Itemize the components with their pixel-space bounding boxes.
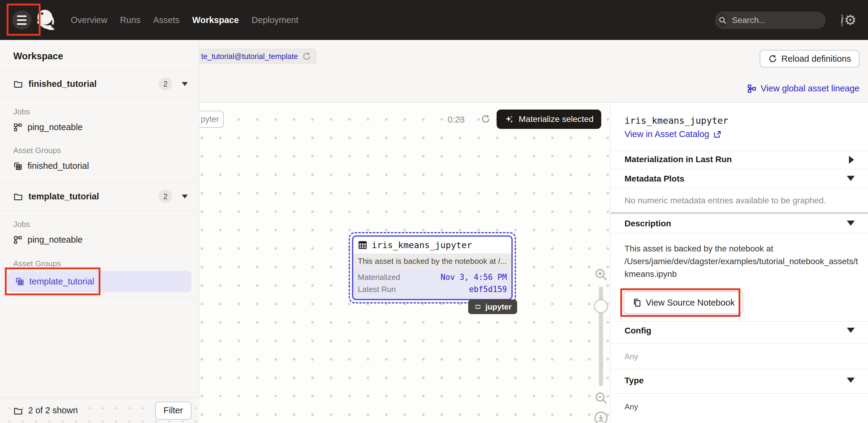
code-location-label: te_tutorial@tutorial_template xyxy=(201,52,298,61)
compute-kind-label: jupyter xyxy=(486,302,512,312)
zoom-slider-handle[interactable] xyxy=(594,299,608,313)
repo-row-template-tutorial[interactable]: template_tutorial 2 xyxy=(0,183,199,210)
folder-icon xyxy=(13,79,23,89)
chevron-down-icon[interactable] xyxy=(847,176,855,181)
chevron-down-icon[interactable] xyxy=(847,220,855,226)
repo-name: template_tutorial xyxy=(28,191,153,202)
view-source-notebook-label: View Source Notebook xyxy=(646,298,735,308)
lineage-icon xyxy=(747,84,757,93)
chevron-down-icon[interactable] xyxy=(182,82,188,86)
latest-run-value[interactable]: ebf5d159 xyxy=(469,285,507,294)
asset-group-icon xyxy=(15,277,24,286)
nav-deployment[interactable]: Deployment xyxy=(252,15,299,25)
catalog-link-label: View in Asset Catalog xyxy=(624,129,709,139)
materialize-selected-label: Materialize selected xyxy=(519,114,593,124)
download-image-icon[interactable] xyxy=(593,411,609,423)
search-input[interactable] xyxy=(732,16,841,25)
config-value: Any xyxy=(624,352,638,361)
section-description[interactable]: Description xyxy=(624,219,671,229)
job-icon xyxy=(13,235,22,244)
gear-icon[interactable]: ⚙ xyxy=(844,12,857,28)
chevron-down-icon[interactable] xyxy=(847,328,855,333)
job-icon xyxy=(13,123,22,132)
asset-node-stats: Materialized Nov 3, 4:56 PM Latest Run e… xyxy=(353,269,512,299)
type-value: Any xyxy=(624,402,638,412)
view-global-asset-lineage-link[interactable]: View global asset lineage xyxy=(747,84,860,93)
dagster-logo[interactable] xyxy=(34,8,58,32)
asset-node-title: iris_kmeans_jupyter xyxy=(372,240,472,250)
reload-definitions-button[interactable]: Reload definitions xyxy=(760,50,860,67)
zoom-in-icon[interactable] xyxy=(594,267,608,282)
top-nav: Overview Runs Assets Workspace Deploymen… xyxy=(0,0,868,40)
sparkle-icon xyxy=(504,114,514,124)
asset-node-description: This asset is backed by the notebook at … xyxy=(353,253,512,269)
refresh-icon[interactable] xyxy=(302,52,311,61)
asset-group-name: finished_tutorial xyxy=(28,161,89,171)
asset-node-iris-kmeans-jupyter[interactable]: iris_kmeans_jupyter This asset is backed… xyxy=(352,235,513,300)
repo-row-finished-tutorial[interactable]: finished_tutorial 2 xyxy=(0,70,199,97)
reload-definitions-label: Reload definitions xyxy=(781,54,851,64)
notebook-copy-icon xyxy=(632,298,642,307)
view-source-notebook-button[interactable]: View Source Notebook xyxy=(624,291,743,314)
asset-groups-section-label: Asset Groups xyxy=(13,259,61,268)
repo-name: finished_tutorial xyxy=(28,79,153,89)
search-box[interactable]: / xyxy=(715,11,826,29)
materialized-value[interactable]: Nov 3, 4:56 PM xyxy=(441,273,507,282)
section-config[interactable]: Config xyxy=(624,326,651,336)
jobs-section-label: Jobs xyxy=(13,220,30,229)
section-metadata-plots[interactable]: Metadata Plots xyxy=(624,174,684,184)
search-icon xyxy=(718,13,727,27)
nav-assets[interactable]: Assets xyxy=(153,15,180,25)
chevron-down-icon[interactable] xyxy=(182,194,188,199)
main-nav: Overview Runs Assets Workspace Deploymen… xyxy=(71,0,299,40)
repo-count-badge: 2 xyxy=(159,190,172,203)
search-shortcut-key: / xyxy=(841,14,843,27)
view-in-asset-catalog-link[interactable]: View in Asset Catalog xyxy=(624,129,722,139)
jupyter-icon xyxy=(474,303,482,311)
asset-node-header: iris_kmeans_jupyter xyxy=(353,237,512,253)
sidebar-item-group-finished-tutorial[interactable]: finished_tutorial xyxy=(13,161,89,171)
sidebar-item-group-template-tutorial-selected[interactable]: template_tutorial xyxy=(8,271,191,292)
asset-group-icon xyxy=(13,161,22,171)
sidebar-footer: 2 of 2 shown Filter xyxy=(0,398,199,423)
nav-overview[interactable]: Overview xyxy=(71,15,107,25)
dagster-logo-icon xyxy=(34,8,58,32)
hamburger-menu-button[interactable] xyxy=(12,10,31,30)
zoom-controls xyxy=(590,267,612,423)
workspace-sidebar: Workspace finished_tutorial 2 Jobs ping_… xyxy=(0,40,199,423)
nav-workspace[interactable]: Workspace xyxy=(192,15,239,25)
section-type[interactable]: Type xyxy=(624,376,644,386)
filter-button-label: Filter xyxy=(164,405,183,416)
sidebar-title: Workspace xyxy=(13,51,63,62)
asset-query-chip[interactable]: pyter xyxy=(197,111,224,128)
section-materialization-in-last-run[interactable]: Materialization in Last Run xyxy=(624,155,732,164)
nav-runs[interactable]: Runs xyxy=(120,15,141,25)
description-text: This asset is backed by the notebook at … xyxy=(624,242,858,280)
materialized-label: Materialized xyxy=(358,273,400,282)
asset-node-selection-outline: iris_kmeans_jupyter This asset is backed… xyxy=(349,232,516,303)
zoom-out-icon[interactable] xyxy=(594,391,608,405)
refresh-timer: 0:23 xyxy=(447,115,465,125)
materialize-selected-button[interactable]: Materialize selected xyxy=(497,110,601,129)
asset-group-name: template_tutorial xyxy=(29,277,94,286)
code-location-chip[interactable]: te_tutorial@tutorial_template xyxy=(195,49,317,64)
metadata-empty-text: No numeric metadata entries available to… xyxy=(624,196,826,206)
job-name: ping_noteable xyxy=(28,235,83,245)
canvas-refresh-icon[interactable] xyxy=(481,114,491,124)
asset-detail-panel: iris_kmeans_jupyter View in Asset Catalo… xyxy=(610,102,868,423)
job-name: ping_noteable xyxy=(28,122,83,132)
reload-icon xyxy=(768,54,777,63)
sidebar-item-job-ping-noteable[interactable]: ping_noteable xyxy=(13,122,83,132)
sidebar-item-job-ping-noteable-2[interactable]: ping_noteable xyxy=(13,235,83,245)
asset-groups-section-label: Asset Groups xyxy=(13,146,61,155)
compute-kind-tag-jupyter[interactable]: jupyter xyxy=(468,300,517,314)
filter-button[interactable]: Filter xyxy=(155,401,191,420)
jobs-section-label: Jobs xyxy=(13,107,30,117)
chevron-down-icon[interactable] xyxy=(847,377,855,383)
folder-icon xyxy=(13,406,23,416)
zoom-slider[interactable] xyxy=(599,286,603,386)
lineage-link-label: View global asset lineage xyxy=(761,84,860,93)
shown-count-label: 2 of 2 shown xyxy=(28,405,78,416)
repo-count-badge: 2 xyxy=(159,78,172,90)
chevron-right-icon[interactable] xyxy=(849,156,854,164)
